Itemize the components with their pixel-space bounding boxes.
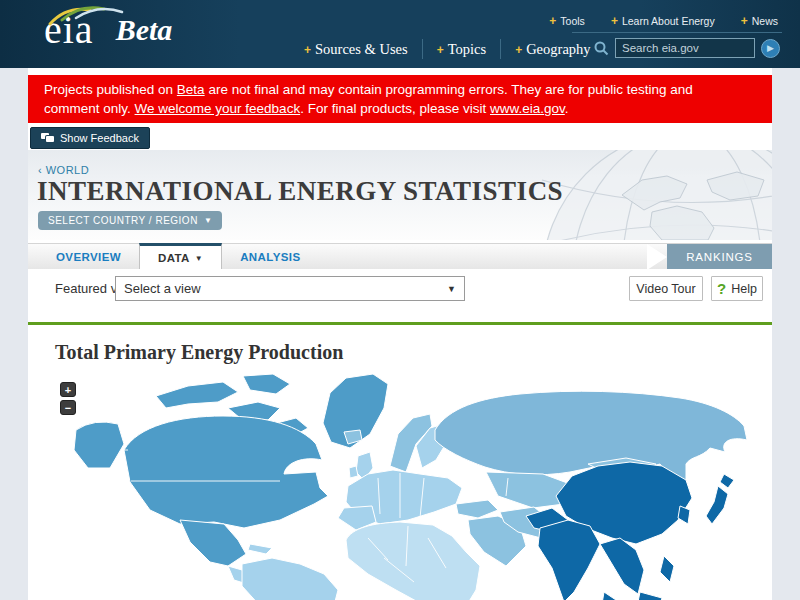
select-country-region-button[interactable]: SELECT COUNTRY / REGION▼ xyxy=(38,211,222,230)
view-select-value: Select a view xyxy=(124,281,201,296)
page-title: INTERNATIONAL ENERGY STATISTICS xyxy=(37,176,563,207)
tab-analysis[interactable]: ANALYSIS xyxy=(222,244,318,270)
region-ireland xyxy=(349,466,358,478)
featured-views-row: Featured views: Select a view ▼ Video To… xyxy=(28,269,772,324)
search-icon xyxy=(593,40,609,56)
plus-icon: + xyxy=(741,14,748,28)
page: eia Beta +Sources & Uses +Topics +Geogra… xyxy=(0,0,800,600)
zoom-out-button[interactable]: − xyxy=(60,400,76,415)
view-select-dropdown[interactable]: Select a view ▼ xyxy=(115,276,465,301)
banner-text: . For final products, please visit xyxy=(300,101,490,116)
plus-icon: + xyxy=(611,14,618,28)
help-button[interactable]: ? Help xyxy=(711,276,763,301)
search-area: ▶ xyxy=(593,38,780,58)
plus-icon: + xyxy=(549,14,556,28)
nav-sources-uses[interactable]: +Sources & Uses xyxy=(290,41,422,58)
breadcrumb-world[interactable]: ‹ WORLD xyxy=(38,164,89,176)
region-caribbean xyxy=(248,544,272,554)
region-north-america xyxy=(124,416,328,528)
video-tour-button[interactable]: Video Tour xyxy=(629,276,703,301)
zoom-in-button[interactable]: + xyxy=(60,382,76,397)
world-map[interactable]: + − xyxy=(28,368,772,600)
beta-warning-banner: Projects published on Beta are not final… xyxy=(28,75,772,123)
tab-overview[interactable]: OVERVIEW xyxy=(38,244,139,270)
tab-data[interactable]: DATA ▼ xyxy=(139,243,222,270)
banner-text: comment only. xyxy=(44,101,135,116)
region-south-america xyxy=(242,558,338,600)
region-canada-arctic xyxy=(243,374,290,394)
banner-text: are not final and may contain programmin… xyxy=(205,82,693,97)
header-divider xyxy=(572,32,782,33)
utility-nav: +Tools +Learn About Energy +News xyxy=(549,14,778,28)
region-borneo xyxy=(636,592,662,600)
banner-text: Projects published on xyxy=(44,82,177,97)
green-divider xyxy=(28,322,772,325)
eia-logo-swoosh-icon xyxy=(46,4,126,28)
nav-learn-about-energy[interactable]: +Learn About Energy xyxy=(611,14,715,28)
feedback-link[interactable]: We welcome your feedback xyxy=(135,101,301,116)
tab-rankings[interactable]: RANKINGS xyxy=(667,244,772,270)
search-submit-button[interactable]: ▶ xyxy=(761,39,780,58)
chevron-down-icon: ▼ xyxy=(195,254,203,263)
nav-tools[interactable]: +Tools xyxy=(549,14,585,28)
nav-topics[interactable]: +Topics xyxy=(423,41,500,58)
region-japan xyxy=(720,474,734,488)
region-southeast-asia xyxy=(600,538,644,594)
banner-text: . xyxy=(565,101,569,116)
chevron-down-icon: ▼ xyxy=(204,216,212,225)
hero-section: ‹ WORLD INTERNATIONAL ENERGY STATISTICS … xyxy=(28,150,772,240)
rankings-arrow-icon xyxy=(647,244,667,270)
map-zoom-controls: + − xyxy=(60,382,76,415)
chevron-down-icon: ▼ xyxy=(447,284,456,294)
region-turkey xyxy=(456,500,498,518)
choropleth-map-svg xyxy=(28,368,772,600)
region-kazakhstan xyxy=(486,472,570,508)
region-canada-arctic xyxy=(156,382,238,408)
plus-icon: + xyxy=(437,43,444,57)
region-philippines xyxy=(660,556,674,582)
site-header: eia Beta +Sources & Uses +Topics +Geogra… xyxy=(0,0,800,68)
nav-geography[interactable]: +Geography xyxy=(501,41,604,58)
content-card: Projects published on Beta are not final… xyxy=(28,68,772,600)
question-mark-icon: ? xyxy=(717,280,726,297)
region-sumatra xyxy=(602,592,628,600)
plus-icon: + xyxy=(304,43,311,57)
eia-gov-link[interactable]: www.eia.gov xyxy=(490,101,565,116)
region-africa xyxy=(346,522,480,600)
speech-bubbles-icon xyxy=(41,133,54,143)
plus-icon: + xyxy=(515,43,522,57)
tab-bar: OVERVIEW DATA ▼ ANALYSIS RANKINGS xyxy=(28,243,772,269)
nav-news[interactable]: +News xyxy=(741,14,778,28)
region-korea xyxy=(678,506,690,524)
region-japan xyxy=(706,486,728,524)
search-input[interactable] xyxy=(615,38,755,58)
show-feedback-label: Show Feedback xyxy=(60,132,139,144)
map-title: Total Primary Energy Production xyxy=(55,341,343,364)
region-india xyxy=(538,520,600,600)
eia-logo[interactable]: eia Beta xyxy=(44,10,172,50)
beta-link[interactable]: Beta xyxy=(177,82,205,97)
show-feedback-button[interactable]: Show Feedback xyxy=(30,127,150,149)
region-alaska xyxy=(74,422,124,468)
main-nav: +Sources & Uses +Topics +Geography xyxy=(290,38,605,60)
